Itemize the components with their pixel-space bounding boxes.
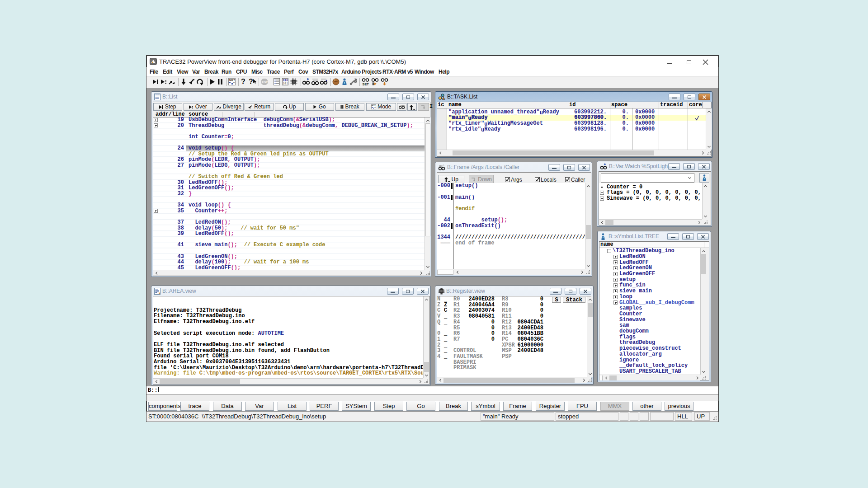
svg-text:NO?: NO?: [372, 104, 376, 107]
svg-text:101: 101: [283, 82, 288, 85]
svg-text:SET: SET: [363, 82, 369, 86]
svg-text:NO?: NO?: [229, 79, 235, 81]
svg-text:STOP: STOP: [262, 81, 267, 83]
